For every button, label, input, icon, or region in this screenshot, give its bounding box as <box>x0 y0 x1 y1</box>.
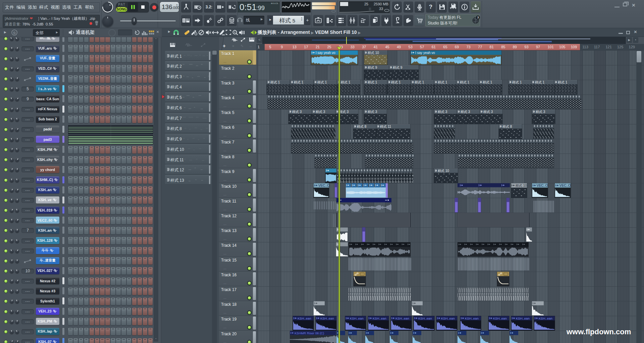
svg-text:样式 9: 样式 9 <box>393 66 402 69</box>
svg-text:样式 9: 样式 9 <box>368 66 377 69</box>
svg-text:KSH..ean: KSH..ean <box>465 317 479 320</box>
svg-text:样式 1: 样式 1 <box>438 80 447 84</box>
svg-text:I say yeah vo: I say yeah vo <box>316 51 335 55</box>
svg-text:样式 3: 样式 3 <box>536 110 545 114</box>
svg-text:样式 3: 样式 3 <box>339 110 349 114</box>
svg-text:VEC..O: VEC..O <box>318 184 330 187</box>
svg-text:样式 1: 样式 1 <box>341 80 351 84</box>
svg-text:KSH..ean: KSH..ean <box>373 317 386 320</box>
svg-text:样式 10: 样式 10 <box>516 184 527 187</box>
svg-text:样式 8: 样式 8 <box>357 125 367 128</box>
svg-text:样式 3: 样式 3 <box>292 110 302 114</box>
svg-text:样式 1: 样式 1 <box>415 80 424 84</box>
svg-text:KSH..ean: KSH..ean <box>493 317 507 320</box>
svg-text:KSH..ean: KSH..ean <box>418 317 432 320</box>
svg-text:KSH..ean: KSH..ean <box>350 317 364 320</box>
svg-text:KSH..ean: KSH..ean <box>539 317 552 320</box>
svg-text:样式 10: 样式 10 <box>368 51 379 55</box>
svg-text:KSH..ean: KSH..ean <box>516 317 530 320</box>
svg-text:样式 8: 样式 8 <box>502 125 512 128</box>
svg-text:样式 1: 样式 1 <box>391 80 401 84</box>
svg-text:样式 3: 样式 3 <box>316 110 325 114</box>
svg-text:VEC..O: VEC..O <box>559 184 571 187</box>
svg-text:样式 1: 样式 1 <box>270 80 280 84</box>
svg-text:样式 3: 样式 3 <box>461 110 470 114</box>
svg-text:KSH..ean: KSH..ean <box>320 317 334 320</box>
svg-text:KSH..ean: KSH..ean <box>395 317 409 320</box>
svg-text:样式 1: 样式 1 <box>535 80 545 84</box>
svg-text:VEC..O: VEC..O <box>537 184 548 187</box>
svg-text:样式 1: 样式 1 <box>368 80 377 84</box>
svg-text:样式 1: 样式 1 <box>512 80 522 84</box>
svg-text:样式 3: 样式 3 <box>368 110 377 114</box>
svg-text:I say yeah vo: I say yeah vo <box>415 51 435 55</box>
svg-text:样式 3: 样式 3 <box>483 110 493 114</box>
svg-text:样式 10: 样式 10 <box>438 169 449 173</box>
svg-text:样式 1: 样式 1 <box>558 80 568 84</box>
svg-text:3: 3 <box>477 16 479 19</box>
svg-text:样式 1: 样式 1 <box>294 80 304 84</box>
svg-text:样式 1: 样式 1 <box>460 80 470 84</box>
svg-text:KSH..ean: KSH..ean <box>298 317 311 320</box>
svg-text:样式 3: 样式 3 <box>438 110 447 114</box>
svg-text:KSHMR Riser 08 (C): KSHMR Riser 08 (C) <box>294 331 324 335</box>
svg-text:样式 1: 样式 1 <box>483 80 492 84</box>
svg-text:KSH..ean: KSH..ean <box>441 317 455 320</box>
svg-text:样式 11: 样式 11 <box>380 125 391 128</box>
svg-text:⑮: ⑮ <box>13 31 16 35</box>
svg-text:样式 1: 样式 1 <box>317 80 327 84</box>
